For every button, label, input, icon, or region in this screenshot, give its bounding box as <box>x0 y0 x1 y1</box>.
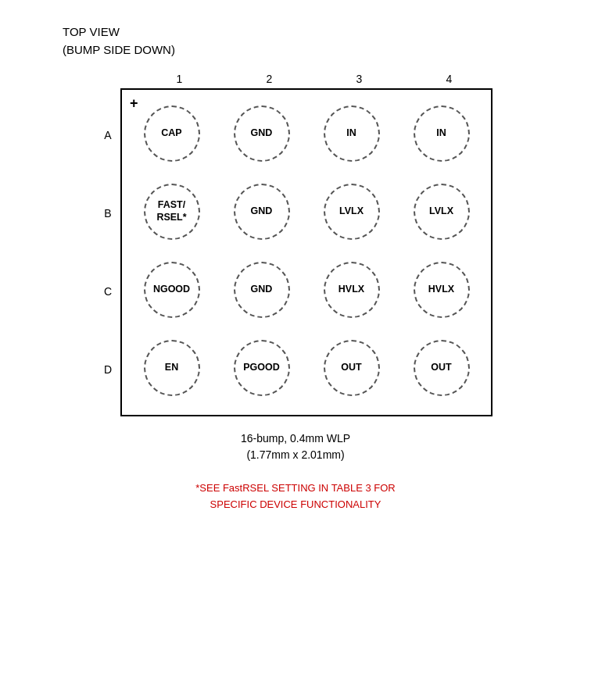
col-header: 1 <box>134 73 224 85</box>
grid-cell: OUT <box>396 329 486 407</box>
grid-cell: NGOOD <box>127 251 217 329</box>
grid-cell: GND <box>217 95 306 173</box>
bump-pad: CAP <box>144 105 200 162</box>
bump-pad: GND <box>234 184 290 240</box>
plus-mark: + <box>130 96 138 110</box>
row-label: B <box>98 174 117 252</box>
grid-cell: HVLX <box>306 251 396 329</box>
diagram-caption: 16-bump, 0.4mm WLP (1.77mm x 2.01mm) <box>241 430 350 463</box>
bump-pad: EN <box>144 340 200 396</box>
bump-pad: GND <box>234 105 290 162</box>
bump-pad: HVLX <box>324 262 380 318</box>
grid-cell: CAP <box>127 95 217 173</box>
bump-pad: HVLX <box>414 262 470 318</box>
grid-cell: IN <box>396 95 486 173</box>
grid-box: + CAPGNDININFAST/ RSEL*GNDLVLXLVLXNGOODG… <box>120 88 492 416</box>
grid-cell: LVLX <box>306 173 396 251</box>
grid-cell: EN <box>127 329 217 407</box>
bump-pad: LVLX <box>324 184 380 240</box>
grid-cell: IN <box>306 95 396 173</box>
row-label: D <box>98 330 117 409</box>
bump-pad: IN <box>414 105 470 162</box>
bump-pad: OUT <box>324 340 380 396</box>
bump-pad: OUT <box>414 340 470 396</box>
row-labels: ABCD <box>98 88 117 416</box>
col-header: 4 <box>404 73 494 85</box>
row-label: A <box>98 96 117 174</box>
diagram-wrapper: 1234 ABCD + CAPGNDININFAST/ RSEL*GNDLVLX… <box>97 73 494 513</box>
bump-pad: FAST/ RSEL* <box>144 184 200 240</box>
grid-cell: GND <box>217 173 306 251</box>
grid-cell: GND <box>217 251 306 329</box>
grid-cell: HVLX <box>396 251 486 329</box>
grid-area: ABCD + CAPGNDININFAST/ RSEL*GNDLVLXLVLXN… <box>98 88 492 416</box>
bump-pad: IN <box>324 105 380 162</box>
footnote: *SEE FastRSEL SETTING IN TABLE 3 FOR SPE… <box>195 480 396 513</box>
page-title: TOP VIEW (BUMP SIDE DOWN) <box>63 23 175 59</box>
bump-pad: GND <box>234 262 290 318</box>
bump-pad: LVLX <box>414 184 470 240</box>
col-header: 3 <box>314 73 404 85</box>
grid-cell: FAST/ RSEL* <box>127 173 217 251</box>
bump-pad: PGOOD <box>234 340 290 396</box>
grid-cell: OUT <box>306 329 396 407</box>
grid-cell: PGOOD <box>217 329 306 407</box>
grid-cell: LVLX <box>396 173 486 251</box>
col-headers: 1234 <box>134 73 494 85</box>
col-header: 2 <box>224 73 314 85</box>
bump-pad: NGOOD <box>144 262 200 318</box>
row-label: C <box>98 252 117 330</box>
